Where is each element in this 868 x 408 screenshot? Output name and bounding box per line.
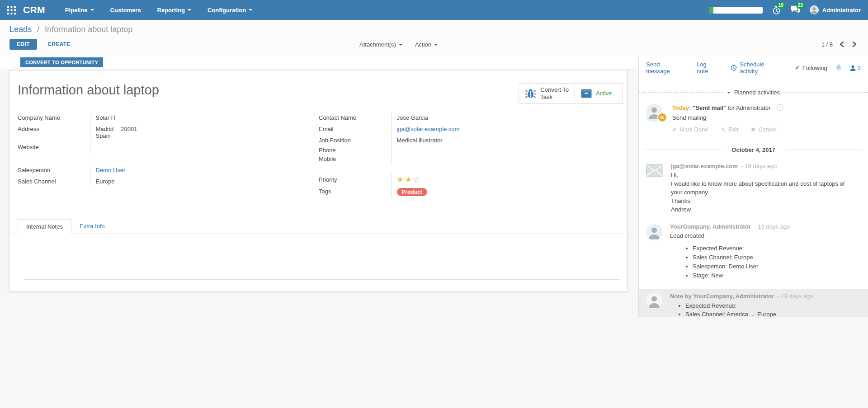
mark-done-button[interactable]: ✔Mark Done [672, 126, 708, 133]
field-value: Jose Garcia [391, 112, 491, 123]
message-author: YourCompany, Administrator [670, 223, 751, 230]
menu-reporting[interactable]: Reporting [157, 7, 191, 14]
menu-configuration[interactable]: Configuration [208, 7, 252, 14]
apps-grid-icon[interactable] [7, 6, 16, 14]
field-value: Solar IT [90, 112, 189, 123]
chevron-left-icon [839, 41, 844, 47]
control-panel-dropdowns: Attachment(s) Action [359, 41, 438, 48]
active-toggle-button[interactable]: Active [575, 84, 623, 103]
activity-summary: "Send mail" [693, 104, 726, 111]
tracking-item: Sales Channel: America → Europe [685, 310, 861, 317]
planned-activities-toggler: Planned activities [639, 89, 868, 96]
field-company-name: Company Name Solar IT [18, 112, 189, 123]
avatar [646, 293, 662, 309]
user-menu[interactable]: Administrator [810, 5, 861, 14]
bell-icon[interactable] [835, 64, 842, 71]
cancel-activity-button[interactable]: ✖Cancel [751, 126, 777, 133]
chevron-down-icon [90, 9, 94, 13]
breadcrumb-separator: / [37, 25, 39, 34]
chatter-content: Send message Log note Schedule activity … [638, 56, 868, 317]
chevron-down-icon [249, 9, 252, 13]
top-navbar: CRM Pipeline Customers Reporting Configu… [0, 0, 868, 20]
followers-count: 2 [858, 65, 861, 71]
followers-button[interactable]: 2 [850, 65, 861, 71]
field-label: Job Position [319, 135, 391, 146]
following-button[interactable]: ✔ Following [795, 65, 827, 71]
field-priority: Priority ★★☆ [319, 174, 491, 186]
field-value: Product [391, 186, 491, 198]
field-value: Madrid28001 Spain [90, 123, 189, 141]
menu-customers[interactable]: Customers [110, 7, 141, 14]
pager-previous-button[interactable] [838, 40, 845, 48]
stat-buttons: Convert ToTask Active [519, 83, 623, 104]
dashed-line [784, 92, 868, 93]
messages-button[interactable]: 23 [790, 5, 801, 14]
planned-activity-item: ✉ Today: "Send mail" for Administrator ⓘ… [639, 96, 868, 133]
field-label: Priority [319, 174, 391, 186]
log-note-button[interactable]: Log note [697, 61, 720, 75]
salesperson-link[interactable]: Demo User [96, 167, 126, 174]
tab-extra-info[interactable]: Extra Info [71, 219, 113, 234]
field-mobile: Mobile [319, 155, 491, 163]
send-message-button[interactable]: Send message [646, 61, 685, 75]
field-value: Medical illustrator [391, 135, 491, 146]
message-author: Note by YourCompany, Administrator [670, 293, 774, 300]
message-header: Note by YourCompany, Administrator - 19 … [670, 293, 861, 300]
date-separator-label: October 4, 2017 [731, 146, 775, 153]
activities-button[interactable]: 19 [772, 5, 781, 15]
field-label: Salesperson [18, 164, 90, 176]
chevron-down-icon [727, 92, 731, 95]
edit-activity-button[interactable]: ✎Edit [721, 126, 738, 133]
form-pane: CONVERT TO OPPORTUNITY Convert T [0, 56, 638, 408]
attachments-dropdown[interactable]: Attachment(s) [359, 41, 402, 48]
chatter-topbar: Send message Log note Schedule activity … [639, 56, 868, 78]
planner-progressbar[interactable] [709, 7, 763, 14]
statusbar: CONVERT TO OPPORTUNITY [0, 56, 638, 69]
field-value: jga@solar.example.com [391, 123, 491, 135]
message-body: Note by YourCompany, Administrator - 19 … [670, 293, 861, 317]
convert-to-opportunity-button[interactable]: CONVERT TO OPPORTUNITY [20, 57, 103, 67]
tab-internal-notes[interactable]: Internal Notes [18, 219, 71, 234]
x-icon: ✖ [751, 127, 755, 133]
priority-stars[interactable]: ★★☆ [397, 175, 422, 184]
mail-activity-badge: ✉ [657, 113, 667, 122]
breadcrumb-leads-link[interactable]: Leads [9, 25, 32, 34]
edit-button[interactable]: EDIT [9, 39, 37, 50]
field-contact-name: Contact Name Jose Garcia [319, 112, 491, 123]
archive-box-icon [581, 89, 592, 98]
chevron-down-icon [188, 9, 191, 13]
info-icon[interactable]: ⓘ [777, 104, 783, 111]
message-text: Lead created [670, 231, 851, 240]
field-value: Demo User [90, 164, 189, 176]
separator-line [786, 150, 863, 150]
control-panel-buttons: EDIT CREATE [9, 38, 868, 51]
message-email: jga@solar.example.com - 19 days ago Hi, … [639, 153, 868, 214]
envelope-icon [646, 163, 663, 214]
message-header: YourCompany, Administrator - 19 days ago [670, 223, 851, 230]
notebook-tabs: Internal Notes Extra Info [9, 219, 627, 234]
separator-line [644, 150, 721, 150]
planned-activities-toggle[interactable]: Planned activities [727, 89, 780, 96]
activity-body: Today: "Send mail" for Administrator ⓘ S… [672, 104, 783, 133]
tracking-item: Expected Revenue: [693, 244, 851, 253]
menu-pipeline[interactable]: Pipeline [65, 7, 94, 14]
sheet-divider [24, 279, 620, 280]
field-label: Phone [319, 146, 391, 155]
breadcrumb-current: Information about laptop [45, 25, 132, 34]
pager-next-button[interactable] [851, 40, 858, 48]
control-panel: Leads / Information about laptop EDIT CR… [0, 20, 868, 56]
email-link[interactable]: jga@solar.example.com [397, 126, 460, 132]
field-value [391, 146, 491, 155]
tracking-item: Expected Revenue: [685, 301, 861, 310]
create-button[interactable]: CREATE [45, 41, 73, 48]
field-groups: Company Name Solar IT Address Madrid2800… [18, 112, 620, 198]
address-country: Spain [96, 132, 190, 139]
tracking-values: Expected Revenue: Sales Channel: America… [670, 301, 861, 317]
field-address: Address Madrid28001 Spain [18, 123, 189, 141]
field-job-position: Job Position Medical illustrator [319, 135, 491, 146]
activity-assignee: Administrator [736, 104, 771, 111]
action-dropdown[interactable]: Action [415, 41, 438, 48]
schedule-activity-button[interactable]: Schedule activity [731, 61, 784, 75]
convert-to-task-button[interactable]: Convert ToTask [519, 84, 575, 103]
message-timestamp: - 19 days ago [755, 223, 790, 230]
